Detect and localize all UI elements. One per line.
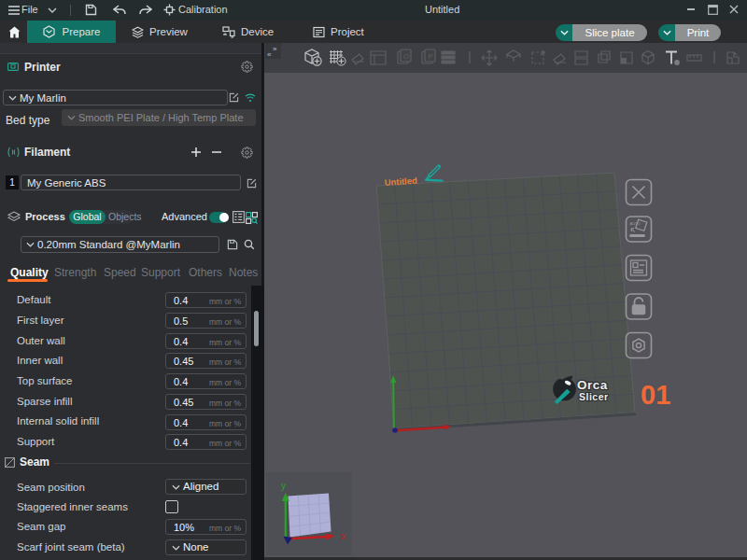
svg-text:Orca: Orca — [577, 378, 608, 392]
svg-text:y: y — [281, 481, 286, 491]
svg-text:AUTO: AUTO — [630, 221, 641, 226]
svg-text:01: 01 — [641, 380, 670, 410]
svg-text:Slicer: Slicer — [579, 391, 609, 402]
svg-text:x: x — [341, 531, 345, 541]
svg-text:O: O — [403, 52, 409, 61]
svg-text:P: P — [429, 52, 433, 61]
